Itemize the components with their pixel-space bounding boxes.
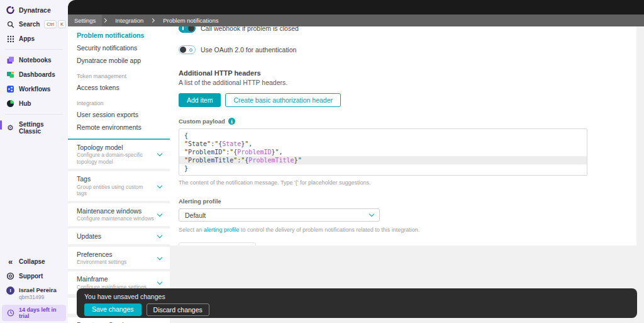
support-button[interactable]: Support: [0, 269, 68, 283]
custom-payload-label: Custom payload: [179, 118, 225, 125]
search-icon: [6, 20, 14, 28]
code-line-highlighted: "ProblemTitle":"{ProblemTitle}": [179, 156, 587, 164]
chevron-down-icon: [157, 211, 162, 216]
trial-banner[interactable]: 14 days left in trial: [2, 305, 66, 321]
nav-section-tags[interactable]: Tags Group entities using custom tags: [68, 171, 170, 200]
add-item-button[interactable]: Add item: [179, 93, 221, 107]
brand[interactable]: Dynatrace: [0, 3, 68, 17]
apps-label: Apps: [19, 35, 35, 42]
section-subtitle: Environment settings: [77, 259, 126, 266]
toggle-row-webhook-closed: Call webhook if problem is closed: [179, 26, 631, 33]
nav-item-security-notifications[interactable]: Security notifications: [68, 42, 170, 54]
search-shortcut: Ctrl K: [44, 20, 66, 28]
chevron-down-icon: [157, 233, 162, 238]
trial-label: 14 days left in trial: [19, 307, 62, 319]
hub-label: Hub: [19, 100, 31, 107]
create-basic-auth-header-button[interactable]: Create basic authorization header: [225, 93, 341, 107]
sidebar-item-workflows[interactable]: Workflows: [0, 82, 68, 96]
chevron-right-icon: [103, 18, 107, 23]
collapse-label: Collapse: [19, 258, 45, 265]
save-changes-button[interactable]: Save changes: [84, 303, 142, 316]
alerting-profile-label: Alerting profile: [179, 198, 631, 205]
avatar: I: [6, 286, 14, 295]
search-button[interactable]: Search Ctrl K: [0, 17, 68, 31]
chevron-down-icon: [369, 212, 374, 217]
info-icon[interactable]: i: [228, 118, 235, 125]
left-rail: Dynatrace Search Ctrl K Apps Notebooks: [0, 0, 68, 323]
gear-icon: ⚙: [6, 124, 14, 132]
workflows-label: Workflows: [19, 86, 50, 93]
sidebar-item-dashboards[interactable]: Dashboards: [0, 67, 68, 82]
chevron-down-icon: [157, 254, 162, 259]
nav-section-preferences[interactable]: Preferences Environment settings: [68, 247, 170, 269]
nav-item-access-tokens[interactable]: Access tokens: [68, 81, 170, 94]
unsaved-message: You have unsaved changes: [84, 293, 630, 300]
section-subtitle: Group entities using custom tags: [77, 184, 154, 197]
section-title: Preferences: [77, 251, 126, 259]
unsaved-changes-bar: You have unsaved changes Save changes Di…: [77, 288, 637, 318]
sidebar-item-hub[interactable]: Hub: [0, 96, 68, 111]
webhook-closed-toggle[interactable]: [179, 26, 196, 33]
dashboards-label: Dashboards: [19, 71, 55, 78]
code-line: {: [179, 132, 587, 140]
kbd-k: K: [58, 20, 66, 28]
search-label: Search: [19, 21, 40, 28]
toggle-label: Use OAuth 2.0 for authentication: [201, 46, 296, 54]
custom-payload-label-row: Custom payload i: [179, 118, 631, 125]
section-text: Preferences Environment settings: [77, 251, 126, 266]
chevron-right-icon: [150, 18, 155, 23]
collapse-button[interactable]: « Collapse: [0, 254, 68, 269]
user-id: qbm31499: [19, 294, 57, 300]
section-title: Maintenance windows: [77, 207, 154, 215]
workflows-icon: [6, 85, 14, 93]
nav-item-problem-notifications[interactable]: Problem notifications: [68, 29, 170, 42]
user-menu[interactable]: I Israel Pereira qbm31499: [0, 283, 68, 303]
nav-section-maintenance-windows[interactable]: Maintenance windows Configure maintenanc…: [68, 203, 170, 226]
chevron-down-icon: [157, 280, 162, 285]
nav-section-updates[interactable]: Updates: [68, 229, 170, 244]
app-shell: Settings Integration Problem notificatio…: [68, 0, 644, 323]
toggle-label: Call webhook if problem is closed: [201, 26, 299, 32]
notebooks-label: Notebooks: [19, 57, 52, 64]
alerting-profile-link[interactable]: alerting profile: [204, 227, 240, 233]
test-row: Send test notification: [179, 242, 631, 246]
breadcrumb-settings[interactable]: Settings: [68, 14, 102, 26]
settings-form: Call webhook if problem is closed Use OA…: [170, 26, 636, 246]
breadcrumb-problem-notifications[interactable]: Problem notifications: [157, 14, 225, 26]
code-line: "State":"{State}",: [179, 140, 587, 148]
dashboards-icon: [6, 71, 14, 79]
rail-spacer: [0, 138, 68, 254]
brand-label: Dynatrace: [19, 6, 51, 14]
nav-section-topology-model[interactable]: Topology model Configure a domain-specif…: [68, 140, 170, 169]
settings-classic-label: Settings Classic: [19, 121, 63, 135]
chevron-down-icon: [157, 151, 162, 156]
section-text: Updates: [77, 232, 101, 241]
section-text: Topology model Configure a domain-specif…: [77, 144, 154, 165]
nav-item-remote-environments[interactable]: Remote environments: [68, 121, 170, 133]
section-title: Tags: [77, 175, 154, 183]
alerting-profile-select[interactable]: Default: [179, 208, 380, 222]
custom-payload-editor[interactable]: { "State":"{State}", "ProblemID":"{Probl…: [179, 128, 587, 176]
section-title: Mainframe: [77, 275, 147, 283]
rail-divider: [5, 114, 63, 115]
sidebar-item-settings-classic[interactable]: ⚙ Settings Classic: [0, 118, 68, 138]
breadcrumb-integration[interactable]: Integration: [109, 14, 150, 26]
apps-grid-icon: [6, 35, 14, 43]
collapse-icon: «: [6, 258, 14, 266]
nav-item-dynatrace-mobile-app[interactable]: Dynatrace mobile app: [68, 54, 170, 67]
nav-item-user-session-exports[interactable]: User session exports: [68, 108, 170, 121]
rail-divider: [5, 49, 63, 50]
apps-button[interactable]: Apps: [0, 31, 68, 46]
send-test-notification-button[interactable]: Send test notification: [179, 242, 256, 246]
discard-changes-button[interactable]: Discard changes: [147, 303, 209, 316]
clock-icon: [6, 309, 14, 317]
oauth-toggle[interactable]: [179, 45, 196, 54]
body: Problem notifications Security notificat…: [68, 26, 644, 323]
sidebar-item-notebooks[interactable]: Notebooks: [0, 53, 68, 67]
nav-section-dynatrace-service-settings[interactable]: Dynatrace Service Settings: [68, 317, 170, 323]
section-text: Maintenance windows Configure maintenanc…: [77, 207, 154, 222]
http-headers-description: A list of the additional HTTP headers.: [179, 79, 631, 86]
lifebuoy-icon: [6, 272, 14, 280]
hub-icon: [6, 99, 14, 108]
top-window-bar: [68, 0, 644, 14]
